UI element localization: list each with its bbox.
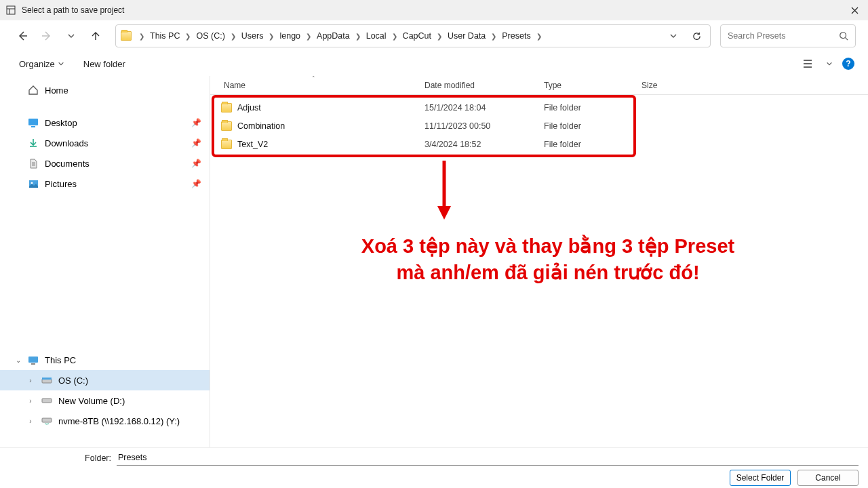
tree-item-this-pc[interactable]: ⌄ This PC [0,350,210,370]
chevron-right-icon[interactable]: › [26,418,35,425]
tree-item-os-c[interactable]: › OS (C:) [0,370,210,390]
chevron-down-icon[interactable]: ⌄ [14,357,23,364]
column-label: Date modified [425,81,475,90]
column-headers: Name ˄ Date modified Type Size [210,76,868,95]
file-name: Adjust [237,103,261,113]
tree-item-downloads[interactable]: Downloads 📌 [0,133,210,153]
file-type: File folder [537,121,635,131]
table-row[interactable]: Adjust 15/1/2024 18:04 File folder [210,98,868,117]
cancel-button[interactable]: Cancel [797,470,859,486]
column-type[interactable]: Type [537,76,635,94]
toolbar: Organize New folder ? [0,52,868,76]
chevron-right-icon[interactable]: › [26,397,35,405]
chevron-right-icon: ❯ [353,33,363,40]
file-date: 3/4/2024 18:52 [418,140,537,149]
help-icon[interactable]: ? [842,58,854,70]
view-mode-button[interactable] [802,56,816,71]
svg-rect-0 [7,6,15,14]
chevron-right-icon[interactable]: › [26,377,35,384]
folder-icon [120,30,132,42]
select-folder-button[interactable]: Select Folder [730,470,791,486]
address-bar[interactable]: ❯ This PC ❯ OS (C:) ❯ Users ❯ lengo ❯ Ap… [115,24,711,47]
nav-up-button[interactable] [85,26,106,46]
column-size[interactable]: Size [635,76,716,94]
svg-rect-6 [28,357,38,363]
tree-item-new-volume[interactable]: › New Volume (D:) [0,390,210,411]
tree-item-pictures[interactable]: Pictures 📌 [0,174,210,194]
breadcrumb[interactable]: AppData [315,30,351,42]
breadcrumb[interactable]: CapCut [401,30,433,42]
svg-rect-7 [31,363,35,365]
window-title: Select a path to save project [22,5,841,15]
pin-icon: 📌 [191,138,201,148]
dialog-footer: Folder: Select Folder Cancel [0,447,868,488]
drive-icon [41,397,53,404]
annotation-line: mà anh/em đã giải nén trước đó! [396,262,699,283]
chevron-right-icon: ❯ [266,33,277,40]
file-name: Combination [237,121,285,131]
breadcrumb[interactable]: User Data [446,30,487,42]
refresh-button[interactable] [687,26,706,45]
tree-item-nvme[interactable]: › nvme-8TB (\\192.168.0.12) (Y:) [0,411,210,431]
chevron-right-icon: ❯ [303,33,314,40]
svg-rect-3 [31,126,35,127]
column-label: Name [224,81,245,90]
tree-label: nvme-8TB (\\192.168.0.12) (Y:) [58,416,180,426]
breadcrumb[interactable]: Users [240,30,265,42]
tree-label: Desktop [45,118,77,128]
new-folder-label: New folder [83,59,125,69]
window-close-button[interactable] [841,0,868,20]
breadcrumb[interactable]: lengo [278,30,302,42]
pin-icon: 📌 [191,118,201,127]
chevron-right-icon: ❯ [389,33,400,40]
address-dropdown-button[interactable] [664,26,683,45]
nav-row: ❯ This PC ❯ OS (C:) ❯ Users ❯ lengo ❯ Ap… [0,20,868,52]
app-icon [5,5,16,16]
tree-item-home[interactable]: Home [0,80,210,100]
file-date: 15/1/2024 18:04 [418,103,537,113]
pc-icon [27,356,39,365]
documents-icon [27,159,39,169]
table-row[interactable]: Combination 11/11/2023 00:50 File folder [210,117,868,135]
column-name[interactable]: Name ˄ [210,76,418,94]
new-folder-button[interactable]: New folder [78,56,131,72]
folder-icon [221,121,232,131]
pictures-icon [27,180,39,188]
tree-label: This PC [45,355,76,365]
nav-forward-button[interactable] [37,26,57,46]
tree-label: New Volume (D:) [58,396,125,406]
tree-item-documents[interactable]: Documents 📌 [0,153,210,174]
svg-rect-10 [42,399,52,403]
table-row[interactable]: Text_V2 3/4/2024 18:52 File folder [210,135,868,153]
tree-label: Pictures [45,179,77,189]
file-name: Text_V2 [237,140,268,149]
tree-panel: Home Desktop 📌 Downloads 📌 Documents 📌 P… [0,76,210,447]
column-label: Size [642,81,657,90]
breadcrumb[interactable]: Presets [500,30,532,42]
column-date[interactable]: Date modified [418,76,537,94]
chevron-right-icon: ❯ [136,33,147,40]
chevron-right-icon: ❯ [182,33,193,40]
breadcrumb[interactable]: OS (C:) [195,30,226,42]
svg-point-1 [840,33,846,39]
file-date: 11/11/2023 00:50 [418,121,537,131]
column-label: Type [544,81,561,90]
tree-label: Downloads [45,138,88,148]
breadcrumb[interactable]: Local [365,30,388,42]
tree-label: Documents [45,159,90,169]
network-drive-icon [41,417,53,425]
search-input[interactable] [728,31,839,41]
view-dropdown-button[interactable] [822,56,837,71]
nav-recent-dropdown[interactable] [61,26,81,46]
breadcrumb[interactable]: This PC [149,30,181,42]
nav-back-button[interactable] [12,26,33,46]
annotation-arrow-icon [434,157,454,218]
organize-menu[interactable]: Organize [14,56,70,72]
organize-label: Organize [19,59,55,69]
folder-field-label: Folder: [9,453,117,463]
list-panel: Name ˄ Date modified Type Size Adjust 15… [210,76,868,447]
folder-name-input[interactable] [117,451,859,466]
tree-item-desktop[interactable]: Desktop 📌 [0,113,210,133]
search-box[interactable] [720,24,856,47]
pin-icon: 📌 [191,179,201,188]
